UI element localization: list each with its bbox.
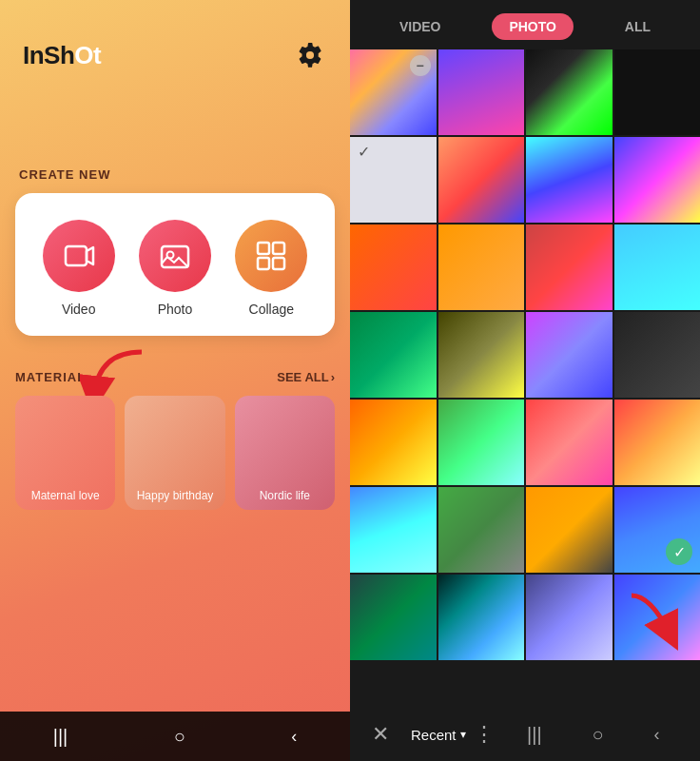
left-bottom-nav: ||| ○ ‹: [0, 712, 350, 761]
grid-cell-16[interactable]: [614, 312, 701, 398]
svg-rect-7: [273, 258, 284, 269]
grid-cell-20[interactable]: [614, 400, 701, 485]
grid-cell-17[interactable]: [350, 400, 437, 485]
recent-label: Recent: [411, 727, 457, 743]
svg-rect-6: [258, 258, 269, 269]
left-nav-back[interactable]: ‹: [291, 727, 297, 747]
grid-cell-19[interactable]: [526, 400, 612, 485]
material-card-label-2: Happy birthday: [125, 489, 224, 502]
right-nav-menu[interactable]: |||: [527, 724, 542, 746]
photo-grid: − ✓ ✓: [350, 49, 700, 761]
left-panel: InShOt CREATE NEW Video: [0, 0, 350, 761]
svg-rect-4: [258, 243, 269, 254]
grid-cell-28[interactable]: [614, 575, 701, 660]
right-nav-back[interactable]: ‹: [654, 725, 660, 745]
grid-cell-5[interactable]: ✓: [350, 137, 437, 223]
tab-all[interactable]: ALL: [608, 13, 668, 40]
grid-cell-12[interactable]: [614, 224, 701, 310]
collage-button[interactable]: Collage: [235, 220, 307, 317]
create-new-label: CREATE NEW: [15, 167, 335, 182]
collage-label: Collage: [249, 302, 294, 317]
right-nav-home[interactable]: ○: [593, 724, 604, 746]
close-button[interactable]: ✕: [365, 719, 396, 750]
dropdown-arrow-icon: ▾: [460, 728, 466, 741]
photo-icon-circle: [139, 220, 211, 292]
minus-badge[interactable]: −: [410, 55, 431, 76]
video-button[interactable]: Video: [43, 220, 115, 317]
grid-cell-4[interactable]: [614, 49, 701, 135]
grid-cell-6[interactable]: [438, 137, 525, 223]
material-header: MATERIAL SEE ALL ›: [15, 370, 335, 384]
grid-cell-8[interactable]: [614, 137, 701, 223]
recent-dropdown[interactable]: Recent ▾: [411, 727, 466, 743]
grid-cell-27[interactable]: [526, 575, 612, 660]
grid-cell-21[interactable]: [350, 487, 437, 573]
photo-button[interactable]: Photo: [139, 220, 211, 317]
grid-cell-9[interactable]: [350, 224, 437, 310]
grid-cell-18[interactable]: [438, 400, 525, 485]
grid-cell-26[interactable]: [438, 575, 525, 660]
right-bottom-bar: ✕ Recent ▾ ⋮ ||| ○ ‹: [350, 708, 700, 761]
grid-cell-22[interactable]: [438, 487, 525, 573]
grid-cell-24[interactable]: ✓: [614, 487, 701, 573]
grid-cell-7[interactable]: [526, 137, 612, 223]
right-bottom-nav: ||| ○ ‹: [502, 708, 685, 761]
grid-cell-15[interactable]: [526, 312, 612, 398]
settings-button[interactable]: [293, 38, 327, 72]
material-card-nordic[interactable]: Nordic life: [235, 396, 335, 510]
material-card-label-1: Maternal love: [15, 489, 115, 502]
gear-icon: [297, 42, 323, 68]
material-card-label-3: Nordic life: [235, 489, 335, 502]
grid-cell-10[interactable]: [438, 224, 525, 310]
svg-marker-1: [87, 247, 93, 264]
video-icon-circle: [43, 220, 115, 292]
grid-cell-14[interactable]: [438, 312, 525, 398]
selected-indicator: ✓: [666, 538, 692, 565]
right-panel: VIDEO PHOTO ALL − ✓: [350, 0, 700, 761]
left-nav-menu[interactable]: |||: [53, 726, 68, 748]
material-card-maternal[interactable]: Maternal love: [15, 396, 115, 510]
photo-icon: [158, 239, 192, 273]
more-options-button[interactable]: ⋮: [474, 722, 495, 747]
check-mark: ✓: [358, 143, 370, 161]
create-new-section: CREATE NEW Video: [15, 167, 335, 336]
grid-cell-2[interactable]: [438, 49, 525, 135]
grid-cell-3[interactable]: [526, 49, 612, 135]
right-tabs: VIDEO PHOTO ALL: [350, 0, 700, 49]
app-logo: InShOt: [23, 41, 101, 70]
svg-rect-0: [66, 246, 87, 265]
material-label: MATERIAL: [15, 370, 86, 384]
left-nav-home[interactable]: ○: [174, 726, 185, 748]
see-all-button[interactable]: SEE ALL ›: [277, 370, 335, 384]
tab-video[interactable]: VIDEO: [382, 13, 458, 40]
grid-cell-25[interactable]: [350, 575, 437, 660]
grid-cell-13[interactable]: [350, 312, 437, 398]
material-section: MATERIAL SEE ALL › Maternal love Happy b…: [15, 370, 335, 510]
grid-cell-1[interactable]: −: [350, 49, 437, 135]
svg-rect-5: [273, 243, 284, 254]
create-new-card: Video Photo: [15, 193, 335, 336]
photo-label: Photo: [158, 302, 193, 317]
video-label: Video: [62, 302, 96, 317]
video-icon: [62, 239, 96, 273]
collage-icon: [254, 239, 288, 273]
grid-cell-23[interactable]: [526, 487, 612, 573]
material-cards: Maternal love Happy birthday Nordic life: [15, 396, 335, 510]
tab-photo[interactable]: PHOTO: [492, 13, 574, 40]
collage-icon-circle: [235, 220, 307, 292]
material-card-birthday[interactable]: Happy birthday: [125, 396, 224, 510]
grid-cell-11[interactable]: [526, 224, 612, 310]
left-header: InShOt: [0, 0, 350, 91]
